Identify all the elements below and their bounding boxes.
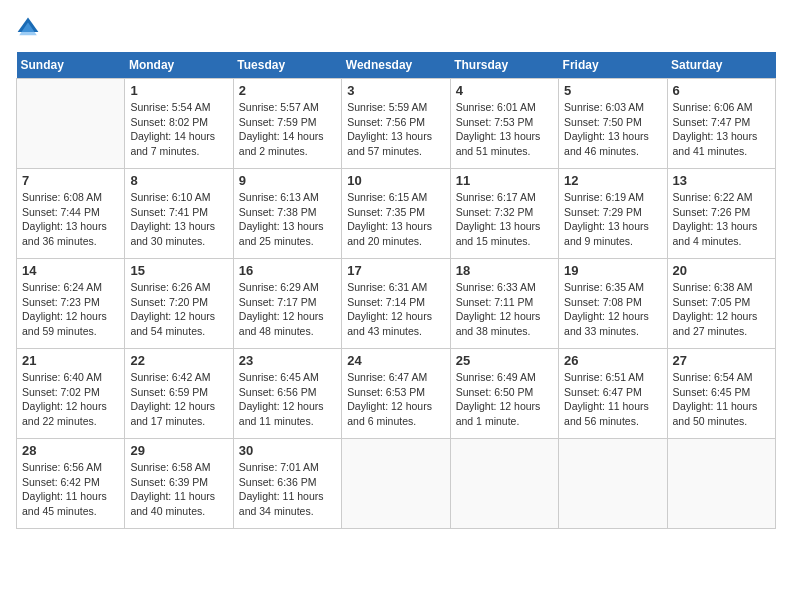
day-number: 6 [673, 83, 770, 98]
calendar-cell [559, 439, 667, 529]
calendar-cell [667, 439, 775, 529]
day-info: Sunrise: 6:45 AMSunset: 6:56 PMDaylight:… [239, 370, 336, 429]
day-info: Sunrise: 6:06 AMSunset: 7:47 PMDaylight:… [673, 100, 770, 159]
day-info: Sunrise: 6:42 AMSunset: 6:59 PMDaylight:… [130, 370, 227, 429]
weekday-header-sunday: Sunday [17, 52, 125, 79]
day-info: Sunrise: 6:03 AMSunset: 7:50 PMDaylight:… [564, 100, 661, 159]
calendar-cell: 25 Sunrise: 6:49 AMSunset: 6:50 PMDaylig… [450, 349, 558, 439]
day-info: Sunrise: 6:24 AMSunset: 7:23 PMDaylight:… [22, 280, 119, 339]
calendar-cell: 29 Sunrise: 6:58 AMSunset: 6:39 PMDaylig… [125, 439, 233, 529]
calendar-cell: 15 Sunrise: 6:26 AMSunset: 7:20 PMDaylig… [125, 259, 233, 349]
day-info: Sunrise: 6:17 AMSunset: 7:32 PMDaylight:… [456, 190, 553, 249]
day-number: 29 [130, 443, 227, 458]
day-info: Sunrise: 6:54 AMSunset: 6:45 PMDaylight:… [673, 370, 770, 429]
calendar-cell: 19 Sunrise: 6:35 AMSunset: 7:08 PMDaylig… [559, 259, 667, 349]
day-number: 11 [456, 173, 553, 188]
day-number: 25 [456, 353, 553, 368]
weekday-header-monday: Monday [125, 52, 233, 79]
calendar-cell [342, 439, 450, 529]
day-info: Sunrise: 5:57 AMSunset: 7:59 PMDaylight:… [239, 100, 336, 159]
day-info: Sunrise: 6:58 AMSunset: 6:39 PMDaylight:… [130, 460, 227, 519]
calendar-cell: 24 Sunrise: 6:47 AMSunset: 6:53 PMDaylig… [342, 349, 450, 439]
calendar-cell: 22 Sunrise: 6:42 AMSunset: 6:59 PMDaylig… [125, 349, 233, 439]
day-number: 3 [347, 83, 444, 98]
day-number: 7 [22, 173, 119, 188]
day-info: Sunrise: 6:15 AMSunset: 7:35 PMDaylight:… [347, 190, 444, 249]
weekday-header-tuesday: Tuesday [233, 52, 341, 79]
day-number: 15 [130, 263, 227, 278]
calendar-cell: 7 Sunrise: 6:08 AMSunset: 7:44 PMDayligh… [17, 169, 125, 259]
day-number: 4 [456, 83, 553, 98]
calendar-cell: 21 Sunrise: 6:40 AMSunset: 7:02 PMDaylig… [17, 349, 125, 439]
day-number: 21 [22, 353, 119, 368]
calendar-table: SundayMondayTuesdayWednesdayThursdayFrid… [16, 52, 776, 529]
calendar-cell: 26 Sunrise: 6:51 AMSunset: 6:47 PMDaylig… [559, 349, 667, 439]
day-info: Sunrise: 6:13 AMSunset: 7:38 PMDaylight:… [239, 190, 336, 249]
week-row-1: 7 Sunrise: 6:08 AMSunset: 7:44 PMDayligh… [17, 169, 776, 259]
calendar-cell: 30 Sunrise: 7:01 AMSunset: 6:36 PMDaylig… [233, 439, 341, 529]
day-number: 24 [347, 353, 444, 368]
logo-icon [16, 16, 40, 40]
calendar-cell: 16 Sunrise: 6:29 AMSunset: 7:17 PMDaylig… [233, 259, 341, 349]
day-number: 12 [564, 173, 661, 188]
week-row-4: 28 Sunrise: 6:56 AMSunset: 6:42 PMDaylig… [17, 439, 776, 529]
day-info: Sunrise: 6:08 AMSunset: 7:44 PMDaylight:… [22, 190, 119, 249]
day-number: 5 [564, 83, 661, 98]
day-info: Sunrise: 6:47 AMSunset: 6:53 PMDaylight:… [347, 370, 444, 429]
day-info: Sunrise: 5:59 AMSunset: 7:56 PMDaylight:… [347, 100, 444, 159]
calendar-cell: 11 Sunrise: 6:17 AMSunset: 7:32 PMDaylig… [450, 169, 558, 259]
day-info: Sunrise: 6:31 AMSunset: 7:14 PMDaylight:… [347, 280, 444, 339]
calendar-cell: 28 Sunrise: 6:56 AMSunset: 6:42 PMDaylig… [17, 439, 125, 529]
day-info: Sunrise: 6:56 AMSunset: 6:42 PMDaylight:… [22, 460, 119, 519]
day-number: 27 [673, 353, 770, 368]
day-number: 30 [239, 443, 336, 458]
day-info: Sunrise: 6:22 AMSunset: 7:26 PMDaylight:… [673, 190, 770, 249]
page-header [16, 16, 776, 40]
calendar-cell: 8 Sunrise: 6:10 AMSunset: 7:41 PMDayligh… [125, 169, 233, 259]
day-info: Sunrise: 6:19 AMSunset: 7:29 PMDaylight:… [564, 190, 661, 249]
calendar-cell: 5 Sunrise: 6:03 AMSunset: 7:50 PMDayligh… [559, 79, 667, 169]
day-info: Sunrise: 6:10 AMSunset: 7:41 PMDaylight:… [130, 190, 227, 249]
day-number: 1 [130, 83, 227, 98]
week-row-2: 14 Sunrise: 6:24 AMSunset: 7:23 PMDaylig… [17, 259, 776, 349]
day-info: Sunrise: 6:49 AMSunset: 6:50 PMDaylight:… [456, 370, 553, 429]
calendar-cell: 18 Sunrise: 6:33 AMSunset: 7:11 PMDaylig… [450, 259, 558, 349]
day-info: Sunrise: 7:01 AMSunset: 6:36 PMDaylight:… [239, 460, 336, 519]
day-number: 22 [130, 353, 227, 368]
weekday-header-saturday: Saturday [667, 52, 775, 79]
calendar-cell: 13 Sunrise: 6:22 AMSunset: 7:26 PMDaylig… [667, 169, 775, 259]
calendar-cell: 27 Sunrise: 6:54 AMSunset: 6:45 PMDaylig… [667, 349, 775, 439]
day-info: Sunrise: 6:40 AMSunset: 7:02 PMDaylight:… [22, 370, 119, 429]
day-number: 26 [564, 353, 661, 368]
calendar-cell: 1 Sunrise: 5:54 AMSunset: 8:02 PMDayligh… [125, 79, 233, 169]
calendar-cell [17, 79, 125, 169]
day-number: 23 [239, 353, 336, 368]
calendar-cell: 2 Sunrise: 5:57 AMSunset: 7:59 PMDayligh… [233, 79, 341, 169]
day-number: 16 [239, 263, 336, 278]
day-info: Sunrise: 6:29 AMSunset: 7:17 PMDaylight:… [239, 280, 336, 339]
day-number: 28 [22, 443, 119, 458]
day-info: Sunrise: 5:54 AMSunset: 8:02 PMDaylight:… [130, 100, 227, 159]
calendar-cell: 10 Sunrise: 6:15 AMSunset: 7:35 PMDaylig… [342, 169, 450, 259]
day-number: 18 [456, 263, 553, 278]
day-number: 9 [239, 173, 336, 188]
week-row-0: 1 Sunrise: 5:54 AMSunset: 8:02 PMDayligh… [17, 79, 776, 169]
calendar-cell: 20 Sunrise: 6:38 AMSunset: 7:05 PMDaylig… [667, 259, 775, 349]
calendar-cell [450, 439, 558, 529]
day-info: Sunrise: 6:01 AMSunset: 7:53 PMDaylight:… [456, 100, 553, 159]
day-number: 17 [347, 263, 444, 278]
calendar-cell: 14 Sunrise: 6:24 AMSunset: 7:23 PMDaylig… [17, 259, 125, 349]
day-info: Sunrise: 6:38 AMSunset: 7:05 PMDaylight:… [673, 280, 770, 339]
calendar-cell: 3 Sunrise: 5:59 AMSunset: 7:56 PMDayligh… [342, 79, 450, 169]
day-number: 13 [673, 173, 770, 188]
logo [16, 16, 44, 40]
calendar-cell: 12 Sunrise: 6:19 AMSunset: 7:29 PMDaylig… [559, 169, 667, 259]
day-info: Sunrise: 6:35 AMSunset: 7:08 PMDaylight:… [564, 280, 661, 339]
calendar-cell: 6 Sunrise: 6:06 AMSunset: 7:47 PMDayligh… [667, 79, 775, 169]
day-number: 2 [239, 83, 336, 98]
calendar-cell: 4 Sunrise: 6:01 AMSunset: 7:53 PMDayligh… [450, 79, 558, 169]
day-number: 10 [347, 173, 444, 188]
week-row-3: 21 Sunrise: 6:40 AMSunset: 7:02 PMDaylig… [17, 349, 776, 439]
weekday-header-row: SundayMondayTuesdayWednesdayThursdayFrid… [17, 52, 776, 79]
day-info: Sunrise: 6:33 AMSunset: 7:11 PMDaylight:… [456, 280, 553, 339]
